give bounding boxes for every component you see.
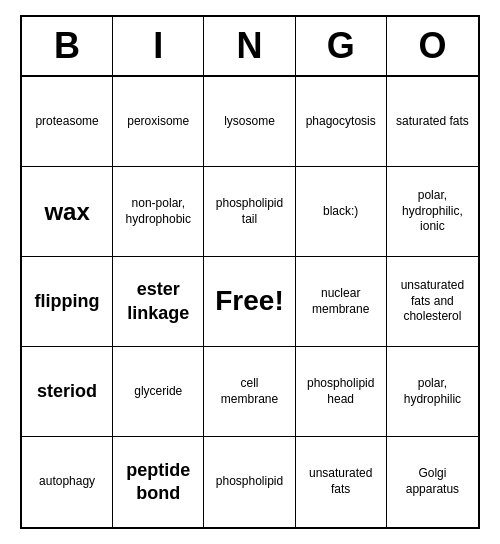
bingo-cell: cell membrane [204,347,295,437]
cell-text: peptide bond [119,459,197,506]
bingo-cell: wax [22,167,113,257]
cell-text: polar, hydrophilic [393,376,472,407]
bingo-grid: proteasomeperoxisomelysosomephagocytosis… [22,77,478,527]
header-letter: O [387,17,478,75]
bingo-cell: saturated fats [387,77,478,167]
bingo-cell: unsaturated fats [296,437,387,527]
bingo-header: BINGO [22,17,478,77]
bingo-cell: phospholipid tail [204,167,295,257]
cell-text: peroxisome [127,114,189,130]
bingo-cell: Free! [204,257,295,347]
bingo-cell: ester linkage [113,257,204,347]
bingo-cell: Golgi apparatus [387,437,478,527]
bingo-cell: polar, hydrophilic [387,347,478,437]
cell-text: lysosome [224,114,275,130]
bingo-cell: phagocytosis [296,77,387,167]
bingo-cell: polar, hydrophilic, ionic [387,167,478,257]
bingo-card: BINGO proteasomeperoxisomelysosomephagoc… [20,15,480,529]
cell-text: autophagy [39,474,95,490]
cell-text: black:) [323,204,358,220]
cell-text: glyceride [134,384,182,400]
header-letter: N [204,17,295,75]
bingo-cell: autophagy [22,437,113,527]
cell-text: phospholipid tail [210,196,288,227]
cell-text: cell membrane [210,376,288,407]
cell-text: saturated fats [396,114,469,130]
cell-text: nuclear membrane [302,286,380,317]
cell-text: Golgi apparatus [393,466,472,497]
cell-text: phospholipid head [302,376,380,407]
cell-text: Free! [215,283,283,319]
bingo-cell: proteasome [22,77,113,167]
cell-text: ester linkage [119,278,197,325]
bingo-cell: non-polar, hydrophobic [113,167,204,257]
cell-text: phospholipid [216,474,283,490]
cell-text: wax [44,196,89,227]
cell-text: polar, hydrophilic, ionic [393,188,472,235]
cell-text: phagocytosis [306,114,376,130]
cell-text: steriod [37,380,97,403]
header-letter: B [22,17,113,75]
bingo-cell: phospholipid head [296,347,387,437]
bingo-cell: lysosome [204,77,295,167]
cell-text: non-polar, hydrophobic [119,196,197,227]
bingo-cell: nuclear membrane [296,257,387,347]
bingo-cell: flipping [22,257,113,347]
cell-text: unsaturated fats and cholesterol [393,278,472,325]
bingo-cell: black:) [296,167,387,257]
bingo-cell: peroxisome [113,77,204,167]
header-letter: I [113,17,204,75]
cell-text: proteasome [35,114,98,130]
bingo-cell: unsaturated fats and cholesterol [387,257,478,347]
bingo-cell: steriod [22,347,113,437]
bingo-cell: peptide bond [113,437,204,527]
header-letter: G [296,17,387,75]
cell-text: unsaturated fats [302,466,380,497]
bingo-cell: phospholipid [204,437,295,527]
cell-text: flipping [35,290,100,313]
bingo-cell: glyceride [113,347,204,437]
